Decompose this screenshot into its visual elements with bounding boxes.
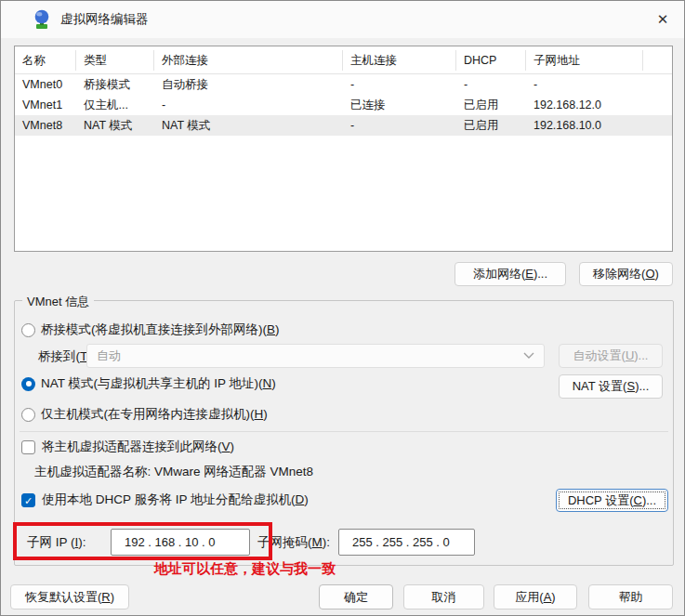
checkbox-label: 将主机虚拟适配器连接到此网络(V) (42, 439, 234, 455)
table-row-vmnet8[interactable]: VMnet8 NAT 模式 NAT 模式 - 已启用 192.168.10.0 (15, 115, 672, 136)
auto-settings-button[interactable]: 自动设置(U)... (559, 344, 663, 368)
cell-dhcp: 已启用 (456, 95, 526, 115)
title-bar: 虚拟网络编辑器 ✕ (1, 1, 684, 38)
subnet-mask-input[interactable] (338, 529, 475, 556)
use-dhcp-checkbox[interactable]: ✓ 使用本地 DHCP 服务将 IP 地址分配给虚拟机(D) (21, 491, 309, 508)
label-part: O (645, 267, 654, 281)
column-header-dhcp: DHCP (456, 50, 526, 71)
bridge-to-dropdown[interactable]: 自动 (86, 344, 545, 368)
cancel-button[interactable]: 取消 (403, 584, 484, 609)
label-part: ) (655, 267, 659, 281)
column-header-name: 名称 (15, 50, 76, 71)
table-header-row: 名称 类型 外部连接 主机连接 DHCP 子网地址 (15, 46, 672, 74)
section-divider (20, 431, 668, 432)
checkbox-label: 使用本地 DHCP 服务将 IP 地址分配给虚拟机(D) (42, 491, 309, 508)
host-adapter-name: 主机虚拟适配器名称: VMware 网络适配器 VMnet8 (34, 464, 313, 480)
nat-settings-button[interactable]: NAT 设置(S)... (559, 374, 663, 399)
annotation-note: 地址可以任意，建议与我一致 (154, 560, 336, 578)
subnet-mask-label: 子网掩码(M): (257, 534, 330, 551)
cell-name: VMnet1 (15, 95, 76, 115)
hostonly-mode-radio[interactable]: 仅主机模式(在专用网络内连接虚拟机)(H) (21, 406, 268, 423)
bridged-mode-radio[interactable]: 桥接模式(将虚拟机直接连接到外部网络)(B) (21, 321, 280, 338)
connect-host-adapter-checkbox[interactable]: 将主机虚拟适配器连接到此网络(V) (21, 439, 234, 455)
help-button[interactable]: 帮助 (588, 584, 673, 609)
network-table: 名称 类型 外部连接 主机连接 DHCP 子网地址 VMnet0 桥接模式 自动… (14, 46, 673, 252)
restore-defaults-button[interactable]: 恢复默认设置(R) (10, 584, 129, 609)
cell-type: NAT 模式 (76, 115, 154, 136)
column-header-subnet: 子网地址 (526, 50, 643, 71)
label-part: 移除网络( (593, 267, 645, 281)
group-label: VMnet 信息 (22, 294, 94, 310)
radio-label: 仅主机模式(在专用网络内连接虚拟机)(H) (41, 406, 268, 423)
subnet-ip-label: 子网 IP (I): (27, 534, 86, 551)
vmware-network-editor-icon (33, 9, 51, 30)
cell-host: - (343, 115, 456, 136)
column-header-host: 主机连接 (343, 50, 456, 71)
apply-button[interactable]: 应用(A) (494, 584, 577, 609)
table-row-vmnet1[interactable]: VMnet1 仅主机... - 已连接 已启用 192.168.12.0 (15, 95, 672, 115)
dhcp-settings-button[interactable]: DHCP 设置(C)... (556, 489, 668, 512)
cell-host: - (343, 74, 456, 95)
vmnet-info-group: VMnet 信息 (14, 300, 674, 566)
cell-subnet: 192.168.10.0 (526, 115, 643, 136)
cell-host: 已连接 (343, 95, 456, 115)
nat-mode-radio[interactable]: NAT 模式(与虚拟机共享主机的 IP 地址)(N) (21, 375, 276, 392)
cell-subnet: - (526, 74, 643, 95)
checkbox-icon[interactable]: ✓ (21, 493, 35, 507)
cell-type: 仅主机... (76, 95, 154, 115)
subnet-ip-input[interactable] (111, 529, 250, 556)
cell-dhcp: - (456, 74, 526, 95)
close-icon[interactable]: ✕ (641, 1, 684, 38)
radio-icon[interactable] (21, 408, 35, 422)
add-network-button[interactable]: 添加网络(E)... (454, 262, 566, 286)
cell-external: - (154, 95, 343, 115)
cell-external: 自动桥接 (154, 74, 343, 95)
radio-icon[interactable] (21, 377, 35, 391)
column-header-type: 类型 (76, 50, 154, 71)
dropdown-value: 自动 (97, 347, 121, 364)
cell-type: 桥接模式 (76, 74, 154, 95)
checkbox-icon[interactable] (21, 440, 35, 454)
window-title: 虚拟网络编辑器 (60, 1, 149, 38)
radio-icon[interactable] (21, 323, 35, 337)
label-part: E (525, 267, 534, 281)
chevron-down-icon (523, 352, 534, 360)
radio-label: NAT 模式(与虚拟机共享主机的 IP 地址)(N) (41, 375, 276, 392)
cell-name: VMnet8 (15, 115, 76, 136)
label-part: 添加网络( (473, 267, 525, 281)
radio-label: 桥接模式(将虚拟机直接连接到外部网络)(B) (41, 321, 280, 338)
cell-external: NAT 模式 (154, 115, 343, 136)
table-row-vmnet0[interactable]: VMnet0 桥接模式 自动桥接 - - - (15, 74, 672, 95)
remove-network-button[interactable]: 移除网络(O) (579, 262, 673, 286)
cell-dhcp: 已启用 (456, 115, 526, 136)
cell-name: VMnet0 (15, 74, 76, 95)
label-part: )... (534, 267, 547, 281)
ok-button[interactable]: 确定 (319, 584, 393, 609)
column-header-external: 外部连接 (154, 50, 343, 71)
cell-subnet: 192.168.12.0 (526, 95, 643, 115)
virtual-network-editor-dialog: 虚拟网络编辑器 ✕ 名称 类型 外部连接 主机连接 DHCP 子网地址 VMne… (0, 0, 685, 616)
